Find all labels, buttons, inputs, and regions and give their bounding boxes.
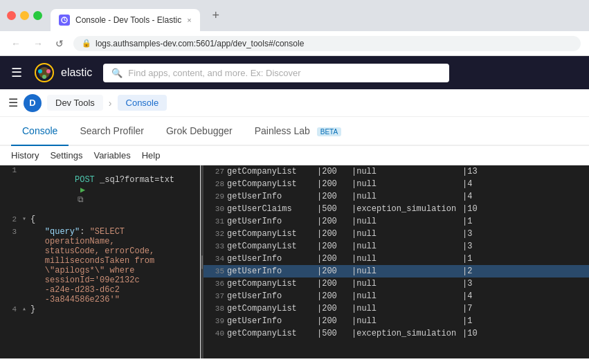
- row-number: 31: [206, 217, 226, 226]
- sidebar-toggle[interactable]: ☰: [8, 96, 18, 109]
- row-count: |4: [461, 291, 489, 301]
- row-count: |1: [461, 316, 489, 326]
- tab-painless-lab[interactable]: Painless Lab BETA: [244, 117, 352, 146]
- copy-as-curl-icon[interactable]: ⧉: [78, 195, 84, 205]
- search-icon: 🔍: [111, 68, 123, 78]
- svg-point-4: [46, 69, 51, 73]
- row-count: |13: [461, 167, 489, 176]
- toolbar: History Settings Variables Help: [0, 146, 589, 165]
- tab-close-button[interactable]: ×: [187, 16, 191, 24]
- tab-title: Console - Dev Tools - Elastic: [75, 15, 181, 25]
- row-number: 29: [206, 192, 226, 201]
- breadcrumb-console[interactable]: Console: [118, 95, 167, 111]
- row-number: 28: [206, 180, 226, 188]
- tab-grok-debugger[interactable]: Grok Debugger: [155, 117, 244, 146]
- table-row[interactable]: 32 getCompanyList |200 |null |3: [203, 228, 589, 240]
- row-count: |4: [461, 192, 489, 201]
- run-button[interactable]: ▶: [80, 185, 85, 195]
- fold-4[interactable]: ▴: [22, 304, 26, 317]
- tab-search-profiler[interactable]: Search Profiler: [69, 117, 155, 146]
- table-row[interactable]: 31 getUserInfo |200 |null |1: [203, 215, 589, 228]
- row-status: |500: [316, 329, 350, 338]
- elastic-header: ☰ elastic 🔍 Find apps, content, and more…: [0, 56, 589, 89]
- table-row[interactable]: 27 getCompanyList |200 |null |13: [203, 165, 589, 178]
- traffic-lights: [7, 11, 42, 20]
- row-status: |200: [316, 254, 350, 264]
- line-number-1: 1: [0, 165, 22, 215]
- table-row[interactable]: 40 getCompanyList |500 |exception_simula…: [203, 327, 589, 340]
- row-name: getUserInfo: [226, 192, 316, 201]
- tab-console[interactable]: Console: [11, 117, 69, 146]
- new-tab-button[interactable]: +: [208, 8, 224, 23]
- row-number: 32: [206, 230, 226, 238]
- editor-content[interactable]: 1 POST _sql?format=txt ▶ ⧉ 2 ▾ { 3 "quer…: [0, 165, 200, 358]
- hamburger-menu[interactable]: ☰: [11, 65, 22, 80]
- elastic-logo-text: elastic: [61, 66, 92, 79]
- breadcrumb-bar: ☰ D Dev Tools › Console: [0, 89, 589, 117]
- row-null: |null: [350, 279, 461, 289]
- content-area: 1 POST _sql?format=txt ▶ ⧉ 2 ▾ { 3 "quer…: [0, 165, 589, 358]
- row-number: 27: [206, 167, 226, 176]
- row-null: |null: [350, 217, 461, 226]
- row-status: |200: [316, 291, 350, 301]
- refresh-button[interactable]: ↺: [53, 37, 66, 51]
- toolbar-settings[interactable]: Settings: [50, 150, 82, 161]
- row-name: getUserInfo: [226, 266, 316, 276]
- row-name: getCompanyList: [226, 279, 316, 289]
- tab-favicon: [59, 15, 70, 26]
- table-row[interactable]: 38 getCompanyList |200 |null |7: [203, 302, 589, 315]
- row-number: 36: [206, 280, 226, 288]
- endpoint-text: _sql?format=txt: [100, 175, 174, 185]
- row-null: |null: [350, 254, 461, 264]
- user-avatar[interactable]: D: [24, 94, 42, 112]
- fold-2[interactable]: ▾: [22, 215, 26, 227]
- row-name: getCompanyList: [226, 179, 316, 189]
- row-name: getCompanyList: [226, 229, 316, 239]
- url-bar[interactable]: 🔒 logs.authsamples-dev.com:5601/app/dev_…: [73, 36, 581, 51]
- row-number: 40: [206, 329, 226, 338]
- elastic-logo[interactable]: elastic: [33, 62, 92, 84]
- back-button[interactable]: ←: [8, 37, 24, 51]
- editor-panel: 1 POST _sql?format=txt ▶ ⧉ 2 ▾ { 3 "quer…: [0, 165, 201, 358]
- row-status: |200: [316, 167, 350, 176]
- table-row[interactable]: 34 getUserInfo |200 |null |1: [203, 253, 589, 265]
- svg-point-3: [38, 69, 42, 73]
- active-tab[interactable]: Console - Dev Tools - Elastic ×: [51, 9, 200, 31]
- table-row[interactable]: 28 getCompanyList |200 |null |4: [203, 178, 589, 190]
- editor-line-2: 2 ▾ {: [0, 215, 200, 227]
- table-row[interactable]: 29 getUserInfo |200 |null |4: [203, 190, 589, 203]
- editor-line-4: 4 ▴ }: [0, 304, 200, 317]
- table-row[interactable]: 35 getUserInfo |200 |null |2: [203, 265, 589, 277]
- results-panel[interactable]: 27 getCompanyList |200 |null |13 28 getC…: [203, 165, 589, 358]
- browser-chrome: Console - Dev Tools - Elastic × +: [0, 0, 589, 31]
- table-row[interactable]: 37 getUserInfo |200 |null |4: [203, 290, 589, 302]
- line-content-4: }: [28, 304, 200, 317]
- method-keyword: POST: [75, 175, 95, 185]
- toolbar-history[interactable]: History: [11, 150, 39, 161]
- beta-badge: BETA: [317, 127, 341, 136]
- line-number-2: 2: [0, 215, 22, 227]
- close-traffic-light[interactable]: [7, 11, 16, 20]
- breadcrumb-separator: ›: [109, 98, 112, 109]
- minimize-traffic-light[interactable]: [20, 11, 29, 20]
- breadcrumb-dev-tools[interactable]: Dev Tools: [47, 95, 103, 111]
- row-name: getUserInfo: [226, 316, 316, 326]
- global-search[interactable]: 🔍 Find apps, content, and more. Ex: Disc…: [103, 64, 449, 82]
- table-row[interactable]: 39 getUserInfo |200 |null |1: [203, 315, 589, 327]
- editor-line-1: 1 POST _sql?format=txt ▶ ⧉: [0, 165, 200, 215]
- forward-button[interactable]: →: [30, 37, 46, 51]
- row-count: |1: [461, 254, 489, 264]
- row-name: getUserInfo: [226, 217, 316, 226]
- toolbar-variables[interactable]: Variables: [93, 150, 130, 161]
- row-name: getCompanyList: [226, 167, 316, 176]
- row-number: 39: [206, 317, 226, 325]
- row-null: |null: [350, 266, 461, 276]
- table-row[interactable]: 33 getCompanyList |200 |null |3: [203, 240, 589, 253]
- row-null: |exception_simulation: [350, 329, 461, 338]
- maximize-traffic-light[interactable]: [33, 11, 42, 20]
- table-row[interactable]: 36 getCompanyList |200 |null |3: [203, 277, 589, 290]
- table-row[interactable]: 30 getUserClaims |500 |exception_simulat…: [203, 203, 589, 215]
- divider-handle: [201, 255, 203, 269]
- row-status: |200: [316, 179, 350, 189]
- toolbar-help[interactable]: Help: [142, 150, 161, 161]
